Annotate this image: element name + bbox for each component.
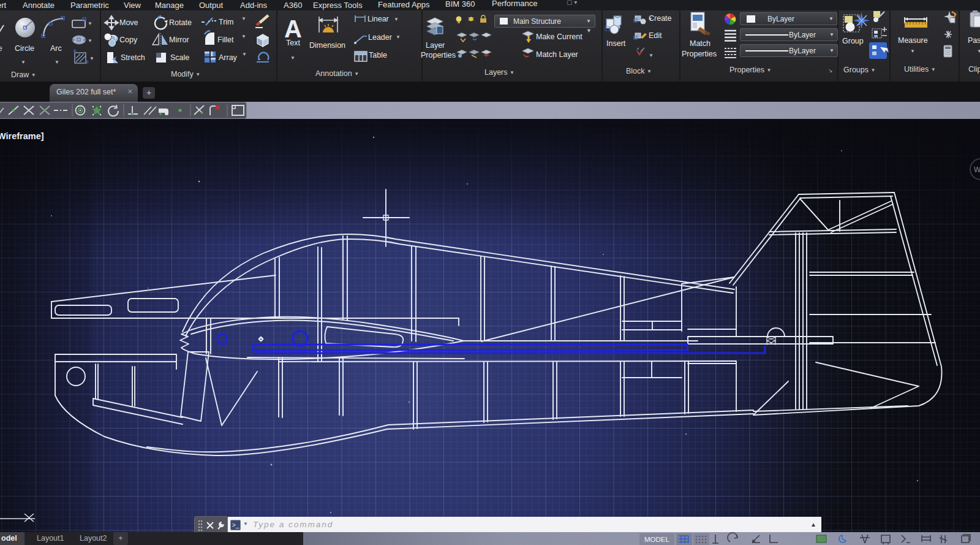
svg-text:Wireframe]: Wireframe] <box>0 131 44 141</box>
svg-text:▼: ▼ <box>241 34 246 39</box>
svg-text:W: W <box>974 166 980 174</box>
svg-text:e: e <box>0 44 2 53</box>
svg-text:▼: ▼ <box>89 56 94 61</box>
svg-text:▼: ▼ <box>977 48 980 54</box>
svg-text:▼: ▼ <box>394 17 399 22</box>
svg-text:▼: ▼ <box>396 34 401 40</box>
svg-text:MODEL: MODEL <box>644 536 670 543</box>
svg-text:▼: ▼ <box>910 48 915 54</box>
svg-text:▼: ▼ <box>21 59 26 65</box>
svg-text:▼: ▼ <box>649 53 654 58</box>
svg-text:▼: ▼ <box>290 55 295 61</box>
svg-text:▼: ▼ <box>88 38 92 44</box>
svg-text:▼: ▼ <box>242 51 247 57</box>
svg-text:▼: ▼ <box>88 21 92 26</box>
svg-text:▼: ▼ <box>241 16 246 21</box>
svg-text:▼: ▼ <box>586 28 592 34</box>
svg-text:▼: ▼ <box>55 59 59 65</box>
